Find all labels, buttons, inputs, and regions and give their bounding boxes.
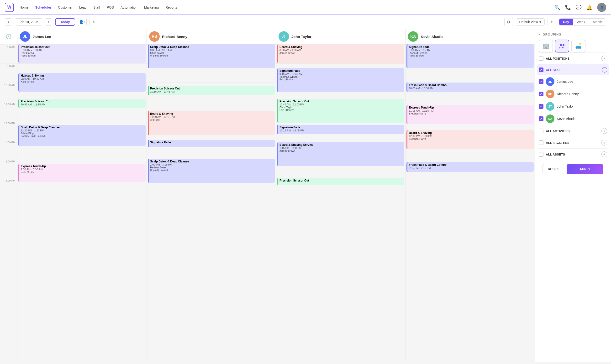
user-avatar[interactable]: 👤 xyxy=(597,3,606,12)
staff-avatar-john-taylor: JT xyxy=(279,31,289,42)
appt-time: 12:15 PM - 12:45 PM xyxy=(279,129,403,132)
appt-kevin-express[interactable]: Express Touch-Up 11:15 AM - 12:15 PM Ste… xyxy=(406,105,534,124)
svg-point-0 xyxy=(560,44,562,46)
prev-date-button[interactable]: ‹ xyxy=(5,18,12,26)
appt-title: Precision Scissor Cut xyxy=(279,179,403,182)
appt-richard-scalp2[interactable]: Scalp Detox & Deep Cleanse 2:00 PM - 3:1… xyxy=(148,159,275,183)
clock-icon: 🕐 xyxy=(6,34,12,39)
nav-scheduler[interactable]: Scheduler xyxy=(35,5,51,9)
richard-benny-checkbox[interactable]: ✓ xyxy=(539,91,544,96)
view-dropdown[interactable]: Default View ▾ xyxy=(516,18,545,26)
appt-john-beard-service[interactable]: Beard & Shaving Service 1:15 PM - 2:30 P… xyxy=(277,142,404,166)
appt-john-precision[interactable]: Precision Scissor Cut 10:45 AM - 12:00 P… xyxy=(277,99,404,123)
refresh-button[interactable]: ↻ xyxy=(90,18,98,26)
staff-mini-avatar-john-taylor: JT xyxy=(546,102,554,111)
appt-person: James Brown xyxy=(279,149,403,152)
appt-status: Paid | Booked xyxy=(279,78,403,81)
next-date-button[interactable]: › xyxy=(45,18,52,26)
appt-time: 10:15 AM - 10:45 AM xyxy=(150,90,274,93)
appt-title: Beard & Shaving xyxy=(409,131,532,134)
nav-staff[interactable]: Staff xyxy=(93,5,100,9)
staff-grid-john-taylor[interactable]: Beard & Shaving 8:00 AM - 9:00 AM James … xyxy=(276,44,405,362)
add-activities-button[interactable]: + xyxy=(601,128,607,134)
nav-reports[interactable]: Reports xyxy=(165,5,177,9)
appt-john-beard[interactable]: Beard & Shaving 8:00 AM - 9:00 AM James … xyxy=(277,44,404,63)
appt-james-express[interactable]: Express Touch-Up 2:30 PM - 3:30 PM Kells… xyxy=(18,164,146,182)
today-button[interactable]: Today xyxy=(55,18,75,26)
staff-grid-james-lee[interactable]: Precision scissor cut 8:00 AM - 9:00 AM … xyxy=(17,44,146,362)
appt-james-haircut[interactable]: Haircut & Styling 9:30 AM - 10:30 AM Kel… xyxy=(18,73,146,91)
nav-customer[interactable]: Customer xyxy=(58,5,73,9)
nav-pos[interactable]: POS xyxy=(107,5,114,9)
appt-john-signature[interactable]: Signature Fade 9:15 AM - 10:30 AM Thomas… xyxy=(277,68,404,92)
appt-status: Partially Paid | Booked xyxy=(21,135,144,137)
whatsapp-icon[interactable]: 💬 xyxy=(576,4,582,10)
staff-name-john-taylor: John Taylor xyxy=(292,35,311,39)
nav-marketing[interactable]: Marketing xyxy=(144,5,159,9)
staff-grid-richard-benny[interactable]: Scalp Detox & Deep Cleanse 8:00 AM - 9:1… xyxy=(146,44,276,362)
time-slot-1pm: 1:00 PM xyxy=(0,140,17,159)
nav-automation[interactable]: Automation xyxy=(120,5,137,9)
all-staff-section: ✓ ALL STAFF − xyxy=(537,64,609,75)
appt-status: Paid | Booked xyxy=(409,54,532,57)
appt-richard-signature[interactable]: Signature Fade xyxy=(148,140,275,147)
staff-filter-button[interactable]: 👤+ xyxy=(78,18,87,26)
search-icon[interactable]: 🔍 xyxy=(554,4,560,10)
time-slot-3pm: 3:00 PM xyxy=(0,178,17,197)
appt-kevin-fresh-fade[interactable]: Fresh Fade & Beard Combo 10:00 AM - 10:3… xyxy=(406,82,534,92)
appt-person: James Brown xyxy=(279,52,403,54)
appt-kevin-signature[interactable]: Signature Fade 8:00 AM - 9:15 AM Richard… xyxy=(406,44,534,68)
reset-button[interactable]: RESET xyxy=(543,164,564,174)
add-positions-button[interactable]: + xyxy=(601,56,607,61)
john-taylor-checkbox[interactable]: ✓ xyxy=(539,104,544,109)
group-staff-button[interactable] xyxy=(555,39,569,52)
staff-avatar-james-lee: JL xyxy=(20,31,30,42)
nav-lead[interactable]: Lead xyxy=(79,5,87,9)
appt-person: Alex Will xyxy=(150,118,274,121)
appt-richard-precision[interactable]: Precision Scissor Cut 10:15 AM - 10:45 A… xyxy=(148,86,275,95)
appt-james-precision-scissor[interactable]: Precision scissor cut 8:00 AM - 9:00 AM … xyxy=(18,44,146,63)
grid-columns: Precision scissor cut 8:00 AM - 9:00 AM … xyxy=(17,44,535,362)
appt-title: Signature Fade xyxy=(409,45,532,49)
all-assets-checkbox[interactable] xyxy=(539,152,544,157)
appt-james-precision2[interactable]: Precision Scissor Cut 10:45 AM - 11:15 A… xyxy=(18,99,146,108)
day-view-button[interactable]: Day xyxy=(559,19,573,25)
kevin-abadie-checkbox[interactable]: ✓ xyxy=(539,117,544,121)
nav-home[interactable]: Home xyxy=(20,5,28,9)
appt-kevin-beard[interactable]: Beard & Shaving 12:30 PM - 1:30 PM Steph… xyxy=(406,130,534,149)
appt-person: Stephen Harris xyxy=(409,112,532,115)
appt-kevin-fresh-fade2[interactable]: Fresh Fade & Beard Combo 2:15 PM - 2:45 … xyxy=(406,162,534,172)
appt-richard-scalp[interactable]: Scalp Detox & Deep Cleanse 8:00 AM - 9:1… xyxy=(148,44,275,68)
staff-grid-kevin-abadie[interactable]: Signature Fade 8:00 AM - 9:15 AM Richard… xyxy=(405,44,535,362)
phone-icon[interactable]: 📞 xyxy=(565,4,571,10)
all-facilities-section: ALL FACILITIES + xyxy=(539,137,607,148)
appt-richard-beard[interactable]: Beard & Shaving 11:30 AM - 12:45 PM Alex… xyxy=(148,111,275,135)
check-icon: ✓ xyxy=(540,117,543,121)
month-view-button[interactable]: Month xyxy=(589,19,606,25)
group-building-button[interactable]: 🏢 xyxy=(539,39,553,52)
settings-icon[interactable]: ⚙ xyxy=(504,18,513,26)
james-lee-checkbox[interactable]: ✓ xyxy=(539,79,544,84)
appt-time: 11:30 AM - 12:45 PM xyxy=(150,116,274,118)
add-assets-button[interactable]: + xyxy=(601,152,607,157)
week-view-button[interactable]: Week xyxy=(573,19,589,25)
add-facilities-button[interactable]: + xyxy=(601,140,607,145)
group-room-button[interactable]: 🛋️ xyxy=(571,39,585,52)
apply-button[interactable]: APPLY xyxy=(567,164,603,174)
all-facilities-checkbox[interactable] xyxy=(539,140,544,145)
appt-person: Kells Smith xyxy=(21,80,144,83)
appt-james-scalp[interactable]: Scalp Detox & Deep Cleanse 12:20 PM - 1:… xyxy=(18,125,146,146)
time-slot-12pm: 12:00 PM xyxy=(0,121,17,140)
all-assets-section: ALL ASSETS + xyxy=(539,148,607,160)
favorite-button[interactable]: ✦ xyxy=(547,18,556,26)
collapse-staff-button[interactable]: − xyxy=(602,67,607,73)
all-staff-checkbox[interactable]: ✓ xyxy=(539,67,544,72)
appt-time: 2:00 PM - 3:15 PM xyxy=(150,163,274,166)
all-activities-checkbox[interactable] xyxy=(539,129,544,133)
notification-icon[interactable]: 🔔 xyxy=(586,4,592,10)
logo: W xyxy=(5,3,14,12)
appt-john-signature2[interactable]: Signature Fade 12:15 PM - 12:45 PM xyxy=(277,125,404,134)
appt-john-precision2[interactable]: Precision Scissor Cut xyxy=(277,178,404,185)
staff-avatar-kevin-abadie: KA xyxy=(408,31,418,42)
all-positions-checkbox[interactable] xyxy=(539,56,544,61)
